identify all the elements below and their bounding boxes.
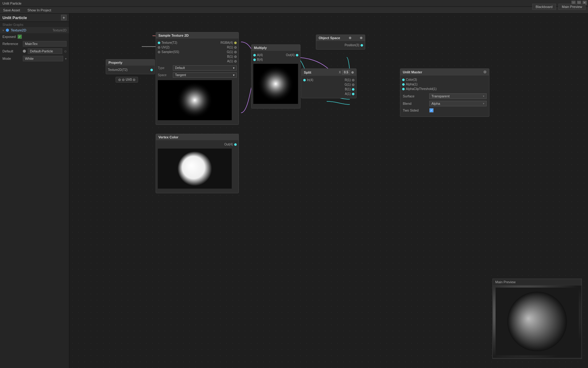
unlit-master-gear[interactable]: ⚙	[483, 70, 487, 74]
blend-row: Blend Alpha ▾	[403, 100, 487, 107]
property-out-port[interactable]	[150, 69, 153, 71]
unlit-alphaclip-row: AlphaClipThreshold(1)	[400, 87, 489, 91]
sampler-in-port[interactable]	[158, 51, 160, 53]
two-sided-checkbox[interactable]: ✓	[429, 108, 434, 112]
type-dropdown[interactable]: Default ▾	[173, 65, 237, 71]
add-property-button[interactable]: +	[61, 15, 67, 20]
multiply-out-port[interactable]	[296, 54, 298, 56]
unlit-color-port[interactable]	[402, 79, 405, 81]
b-out-port[interactable]	[234, 55, 237, 58]
mode-value[interactable]: White	[23, 56, 63, 61]
sample-texture-node[interactable]: Sample Texture 2D Texture(T2) RGBA(4) UV…	[156, 32, 239, 125]
top-toolbar: Blackboard Main Preview	[532, 0, 588, 14]
split-in-row: In(4) R(1)	[301, 78, 356, 82]
unlit-alpha-label: Alpha(1)	[406, 83, 418, 86]
sample-texture-header: Sample Texture 2D	[156, 32, 239, 39]
split-x-value[interactable]: 0.5	[342, 70, 350, 75]
two-sided-row: Two Sided ✓	[403, 107, 487, 113]
save-asset-menu[interactable]: Save Asset	[1, 8, 22, 13]
vertex-color-node[interactable]: Vertex Color Out(4)	[156, 134, 239, 193]
object-space-title: Object Space	[319, 36, 340, 40]
blend-dropdown[interactable]: Alpha ▾	[429, 101, 487, 106]
r-out-port[interactable]	[234, 46, 237, 49]
split-x-label: X	[339, 71, 341, 74]
b-output-row: B(1)	[156, 54, 239, 59]
split-x-control: X 0.5	[339, 70, 354, 75]
texture-in-port[interactable]	[158, 42, 160, 44]
uv0-left-port2[interactable]	[122, 79, 125, 81]
split-a-row: A(1)	[301, 92, 356, 96]
texture-type: Texture2D	[52, 29, 67, 32]
unlit-alphaclip-port[interactable]	[402, 88, 405, 90]
texture-name: Texture2D	[11, 28, 51, 32]
preview-sphere-canvas	[496, 288, 579, 355]
rgba-out-port[interactable]	[234, 42, 237, 44]
sample-texture-title: Sample Texture 2D	[158, 34, 189, 37]
split-node[interactable]: Split X 0.5 In(4) R(1) G	[301, 68, 357, 98]
type-value: Default	[175, 66, 185, 70]
property-node-header: Property	[106, 59, 155, 66]
split-x-port[interactable]	[351, 71, 354, 74]
g-out-label: G(1)	[227, 50, 233, 54]
object-space-header: Object Space	[316, 35, 365, 41]
a-output-row: A(1)	[156, 59, 239, 63]
split-r-port[interactable]	[352, 79, 354, 81]
object-pos-port[interactable]	[361, 44, 363, 47]
multiply-title: Multiply	[254, 46, 267, 50]
surface-arrow: ▾	[483, 95, 484, 98]
split-b-port[interactable]	[352, 88, 354, 91]
menu-bar: Save Asset Show In Project Blackboard Ma…	[0, 7, 588, 14]
surface-row: Surface Transparent ▾	[403, 92, 487, 100]
uv-input-row: UV(2) R(1)	[156, 45, 239, 50]
surface-dropdown[interactable]: Transparent ▾	[429, 93, 487, 99]
sample-texture-canvas	[158, 80, 232, 120]
texture2d-item[interactable]: ▾ Texture2D Texture2D	[0, 27, 69, 33]
multiply-a-port[interactable]	[253, 54, 256, 56]
multiply-preview	[253, 64, 298, 104]
exposed-checkbox[interactable]: ✓	[18, 35, 22, 39]
sampler-input-row: Sampler(SS) G(1)	[156, 50, 239, 54]
property-node[interactable]: Property Texture2D(T2)	[106, 59, 155, 74]
split-g-port[interactable]	[352, 84, 354, 86]
window-title: Unlit Particle	[2, 2, 22, 5]
default-value[interactable]: Default-Particle	[28, 48, 62, 54]
reference-value[interactable]: MainTex	[23, 41, 67, 47]
multiply-a-label: A(4)	[257, 53, 263, 57]
show-in-project-menu[interactable]: Show In Project	[26, 8, 53, 13]
space-dropdown[interactable]: Tangent ▾	[173, 72, 237, 78]
multiply-b-row: B(4)	[251, 57, 300, 62]
main-preview-button[interactable]: Main Preview	[558, 4, 586, 10]
multiply-b-port[interactable]	[253, 59, 256, 61]
conn-split-to-alphaclip	[327, 101, 350, 104]
object-space-extra-port2[interactable]	[360, 37, 362, 39]
unlit-alpha-port[interactable]	[402, 83, 405, 86]
uv0-left-port[interactable]	[118, 79, 121, 81]
uv0-node[interactable]: UV0	[116, 77, 138, 83]
multiply-a-row: A(4) Out(4)	[251, 53, 300, 57]
g-out-port[interactable]	[234, 51, 237, 53]
vertex-color-header: Vertex Color	[156, 134, 239, 140]
split-g-label: G(1)	[345, 83, 351, 86]
unlit-master-node[interactable]: Unlit Master ⚙ Color(3) Alpha(1) A	[400, 68, 489, 117]
multiply-b-label: B(4)	[257, 58, 263, 61]
object-pos-label: Position(3)	[345, 43, 359, 47]
multiply-node[interactable]: Multiply A(4) Out(4) B(4)	[251, 44, 300, 108]
unlit-master-header: Unlit Master ⚙	[400, 69, 489, 76]
split-in-label: In(4)	[307, 78, 313, 82]
split-a-label: A(1)	[345, 92, 351, 96]
split-a-port[interactable]	[352, 93, 354, 95]
multiply-header: Multiply	[251, 45, 300, 51]
split-in-port[interactable]	[303, 79, 306, 81]
mode-arrow: ▾	[65, 57, 67, 60]
canvas-area[interactable]: Property Texture2D(T2) UV0 Sample Textur…	[69, 14, 588, 368]
object-space-node[interactable]: Object Space Position(3)	[316, 35, 365, 50]
shader-graphs-label: Shader Graphs	[0, 22, 69, 27]
uv0-right-port[interactable]	[133, 79, 135, 81]
uv-in-port[interactable]	[158, 46, 160, 49]
a-out-port[interactable]	[234, 60, 237, 63]
exposed-label: Exposed	[2, 35, 16, 39]
reference-label: Reference	[2, 42, 21, 46]
blackboard-button[interactable]: Blackboard	[532, 4, 556, 10]
vertex-out-port[interactable]	[234, 143, 237, 146]
object-space-extra-port[interactable]	[349, 37, 351, 39]
